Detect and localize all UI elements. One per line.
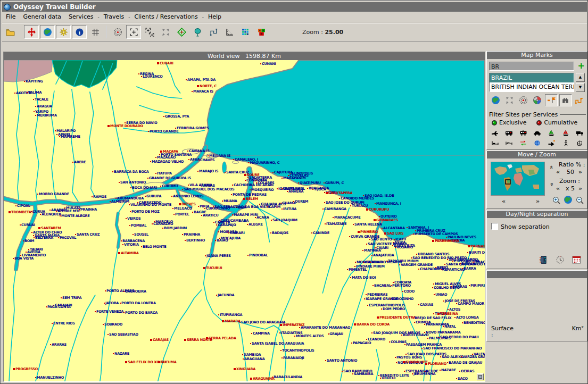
map-marks-title: Map Marks bbox=[487, 52, 587, 59]
day-night-button[interactable] bbox=[537, 254, 550, 266]
center-site-button[interactable] bbox=[174, 25, 189, 39]
zoom-decrease-button[interactable]: « bbox=[556, 185, 560, 192]
show-separation-checkbox[interactable] bbox=[491, 223, 498, 230]
pan-icon bbox=[27, 28, 36, 37]
map-label: ALCANTARA bbox=[382, 227, 405, 230]
country-list-scrollbar: ▲ ▼ bbox=[576, 73, 585, 92]
pedestrian-service-filter[interactable] bbox=[560, 139, 572, 147]
scroll-down-button[interactable]: ▼ bbox=[576, 83, 585, 92]
bus-service-filter[interactable] bbox=[503, 129, 515, 137]
flag-icon bbox=[547, 96, 556, 105]
radar-tool-button[interactable] bbox=[517, 94, 530, 106]
map-label: NAZARE bbox=[440, 369, 456, 372]
country-list[interactable]: BRAZILBRITISH INDIAN OCEAN TERR. bbox=[489, 73, 574, 92]
calendar-button[interactable] bbox=[570, 254, 583, 266]
balloon-info-button[interactable] bbox=[190, 25, 205, 39]
add-mark-button[interactable]: + bbox=[578, 61, 585, 71]
zoom-window-button[interactable] bbox=[126, 25, 141, 39]
show-separation-label: Show separation bbox=[501, 223, 550, 230]
menu-general-data[interactable]: General data bbox=[19, 12, 65, 21]
menu-file[interactable]: File bbox=[2, 12, 19, 21]
map-label: MARAPE MIRI bbox=[232, 213, 258, 217]
globe-mini-service-filter[interactable] bbox=[532, 139, 543, 147]
palette-squares-button[interactable] bbox=[254, 25, 269, 39]
pan-left-button[interactable]: « bbox=[502, 198, 506, 205]
map-label: MOSQUEIRO bbox=[250, 188, 274, 192]
route-tool-button[interactable] bbox=[573, 94, 586, 106]
center-sites-tool-button[interactable] bbox=[503, 94, 516, 106]
clock-button[interactable] bbox=[553, 254, 566, 266]
ratio-increase-button[interactable]: » bbox=[578, 169, 582, 176]
map-label: CAXIAS bbox=[418, 303, 433, 307]
sun-mode-button[interactable] bbox=[56, 25, 71, 39]
menu-travels[interactable]: Travels bbox=[100, 12, 128, 21]
country-code-input[interactable]: BR bbox=[489, 62, 574, 71]
route-tool-button[interactable] bbox=[206, 25, 221, 39]
bed-service-filter[interactable] bbox=[489, 139, 501, 147]
menu-services[interactable]: Services bbox=[65, 12, 97, 21]
car-service-filter[interactable] bbox=[532, 129, 543, 137]
map-label: ALTOS bbox=[448, 308, 460, 312]
zoom-increase-button[interactable]: » bbox=[578, 185, 582, 192]
guide-hand-service-filter[interactable] bbox=[546, 139, 558, 147]
route-orange-icon bbox=[575, 96, 584, 105]
world-extent-button[interactable] bbox=[564, 195, 573, 204]
sail-green-service-filter[interactable] bbox=[546, 129, 558, 137]
palette-grid-button[interactable] bbox=[238, 25, 253, 39]
collapse-view-button[interactable] bbox=[158, 25, 173, 39]
globe-tool-button[interactable] bbox=[489, 94, 502, 106]
map-label: VALENCA bbox=[472, 353, 485, 356]
map-label: ITUPIRANGA bbox=[218, 313, 242, 317]
map-label: NOVO PARNARAMA bbox=[424, 331, 461, 335]
toolbar-separator bbox=[106, 26, 107, 38]
map-label: BRAGANCA bbox=[307, 187, 329, 190]
truck-service-filter[interactable] bbox=[574, 129, 586, 137]
sail-red-service-filter[interactable] bbox=[560, 129, 572, 137]
map-label: SACO bbox=[456, 377, 468, 381]
radar-search-button[interactable] bbox=[110, 25, 125, 39]
map-corner-button[interactable] bbox=[477, 373, 484, 380]
map-labels-layer: CUBARICUNANINORTE, CAMAPA, PTA DAMARACA … bbox=[4, 60, 485, 381]
menu-clients-reservations[interactable]: Clients / Reservations bbox=[130, 12, 201, 21]
ratio-decrease-button[interactable]: « bbox=[556, 169, 560, 176]
world-mode-button[interactable] bbox=[40, 25, 55, 39]
measure-tool-button[interactable] bbox=[222, 25, 237, 39]
info-mode-button[interactable]: i bbox=[72, 25, 87, 39]
map-label: SOUSEL bbox=[132, 233, 148, 237]
flag-marker-tool-button[interactable] bbox=[545, 94, 558, 106]
map-label: PRESIDENTE DUTRA bbox=[377, 316, 416, 320]
disc-tool-button[interactable] bbox=[531, 94, 544, 106]
tram-service-filter[interactable] bbox=[517, 129, 529, 137]
pan-down-button[interactable]: « bbox=[548, 182, 555, 186]
scroll-up-button[interactable]: ▲ bbox=[576, 73, 585, 82]
map-label: SAO BENTO bbox=[369, 238, 392, 241]
map-label: BAIAO bbox=[215, 239, 228, 243]
svg-text:i: i bbox=[79, 29, 80, 35]
pan-right-button[interactable]: » bbox=[536, 198, 540, 205]
country-list-item[interactable]: BRITISH INDIAN OCEAN TERR. bbox=[490, 82, 574, 91]
map-label: VILA ARAMA bbox=[188, 183, 212, 187]
zoom-in-button[interactable] bbox=[552, 196, 561, 205]
transfer-service-filter[interactable] bbox=[517, 139, 529, 147]
exclusive-radio[interactable]: Exclusive bbox=[491, 119, 526, 126]
country-list-item[interactable]: BRAZIL bbox=[490, 73, 574, 82]
map-label: MANGUNCA, I bbox=[375, 202, 401, 206]
map-label: MUANA bbox=[222, 199, 237, 203]
grid-toggle-button[interactable] bbox=[88, 25, 103, 39]
map-label: UNIAO bbox=[434, 293, 447, 297]
zoom-multi-button[interactable] bbox=[142, 25, 157, 39]
cumulative-radio[interactable]: Cumulative bbox=[536, 119, 577, 126]
map-canvas[interactable]: CUBARICUNANINORTE, CAMAPA, PTA DAMARACA … bbox=[4, 60, 485, 381]
hotel-service-filter[interactable] bbox=[503, 139, 515, 147]
plane-service-filter[interactable] bbox=[489, 129, 501, 137]
pan-up-button[interactable]: « bbox=[548, 165, 555, 169]
world-minimap[interactable] bbox=[491, 162, 545, 196]
package-service-filter[interactable] bbox=[574, 139, 586, 147]
select-center-icon bbox=[129, 28, 138, 37]
castle-tool-button[interactable] bbox=[559, 94, 572, 106]
select-multi-icon bbox=[145, 28, 154, 37]
menu-help[interactable]: Help bbox=[204, 12, 225, 21]
zoom-out-button[interactable] bbox=[575, 196, 584, 205]
open-folder-button[interactable] bbox=[3, 25, 18, 39]
pan-mode-button[interactable] bbox=[24, 25, 39, 39]
